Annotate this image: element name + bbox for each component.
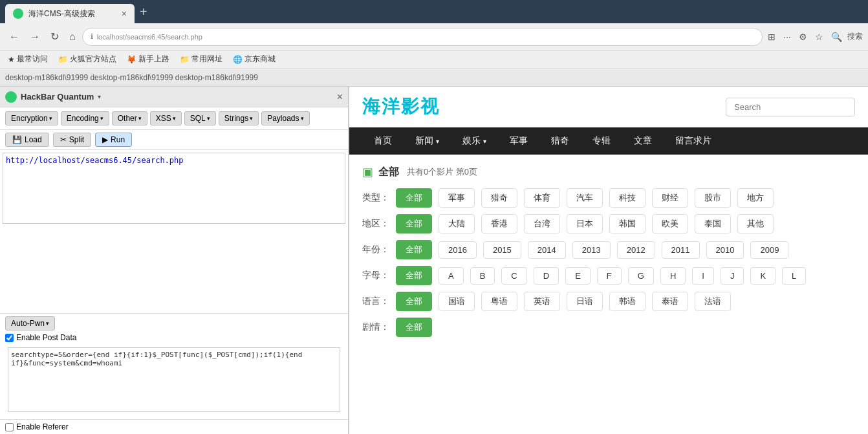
filter-letter-i[interactable]: I xyxy=(692,267,714,285)
run-button[interactable]: ▶ Run xyxy=(95,133,132,147)
filter-region-japan[interactable]: 日本 xyxy=(567,214,603,233)
extensions-button[interactable]: ⊞ xyxy=(765,29,778,45)
filter-letter-f[interactable]: F xyxy=(597,267,622,285)
active-tab[interactable]: 海洋CMS-高级搜索 × xyxy=(5,4,135,23)
new-tab-button[interactable]: + xyxy=(135,5,153,19)
bookmark-frequently-visited[interactable]: ★ 最常访问 xyxy=(5,52,50,66)
filter-letter-l[interactable]: L xyxy=(782,267,806,285)
filter-letter-h[interactable]: H xyxy=(660,267,686,285)
filter-region-all[interactable]: 全部 xyxy=(396,214,432,233)
filter-year-2015[interactable]: 2015 xyxy=(483,241,521,259)
filter-language-korean[interactable]: 韩语 xyxy=(609,292,646,311)
xss-button[interactable]: XSS ▾ xyxy=(150,111,182,125)
search-button[interactable]: 🔍 xyxy=(829,29,845,45)
filter-letter-k[interactable]: K xyxy=(750,267,776,285)
filter-language-french[interactable]: 法语 xyxy=(695,292,731,311)
filter-year-2012[interactable]: 2012 xyxy=(617,241,655,259)
bookmark-firefox-official[interactable]: 📁 火狐官方站点 xyxy=(56,52,119,66)
filter-region-west[interactable]: 欧美 xyxy=(652,214,688,233)
filter-letter-a[interactable]: A xyxy=(439,267,464,285)
filter-letter-d[interactable]: D xyxy=(534,267,559,285)
strings-button[interactable]: Strings ▾ xyxy=(219,111,259,125)
filter-letter-c[interactable]: C xyxy=(501,267,526,285)
site-search-input[interactable] xyxy=(726,98,855,116)
filter-type-stocks[interactable]: 股市 xyxy=(695,188,731,208)
filter-type-military[interactable]: 军事 xyxy=(439,188,475,208)
address-bar[interactable]: ℹ localhost/seacms6.45/search.php xyxy=(82,28,763,46)
auto-pwn-button[interactable]: Auto-Pwn ▾ xyxy=(5,316,55,331)
nav-item-military[interactable]: 军事 xyxy=(498,127,539,155)
filter-year-2013[interactable]: 2013 xyxy=(572,241,611,259)
filter-year-2014[interactable]: 2014 xyxy=(528,241,566,259)
bookmark-jd[interactable]: 🌐 京东商城 xyxy=(230,52,278,66)
sql-button[interactable]: SQL ▾ xyxy=(184,111,216,125)
filter-language-mandarin[interactable]: 国语 xyxy=(439,292,475,311)
filter-letter-all[interactable]: 全部 xyxy=(396,266,432,285)
load-button[interactable]: 💾 Load xyxy=(5,133,49,147)
browser-window: 海洋CMS-高级搜索 × + ← → ↻ ⌂ ℹ localhost/seacm… xyxy=(0,0,868,434)
other-button[interactable]: Other ▾ xyxy=(112,111,147,125)
nav-item-news[interactable]: 新闻 ▾ xyxy=(404,127,451,155)
filter-type-all[interactable]: 全部 xyxy=(396,188,432,208)
bookmark-label: 火狐官方站点 xyxy=(70,54,116,65)
settings-button[interactable]: ⚙ xyxy=(796,29,810,45)
filter-type-sports[interactable]: 体育 xyxy=(524,188,560,208)
filter-language-japanese[interactable]: 日语 xyxy=(567,292,603,311)
filter-type-finance[interactable]: 财经 xyxy=(652,188,688,208)
menu-button[interactable]: ··· xyxy=(781,29,794,45)
filter-region-tw[interactable]: 台湾 xyxy=(524,214,560,233)
post-data-input[interactable] xyxy=(8,347,340,412)
home-button[interactable]: ⌂ xyxy=(65,28,80,45)
hackbar-title-arrow[interactable]: ▾ xyxy=(98,93,101,100)
encryption-button[interactable]: Encryption ▾ xyxy=(5,111,58,125)
filter-type-row: 类型： 全部 军事 猎奇 体育 汽车 科技 财经 股市 地方 xyxy=(362,188,855,208)
filter-language-all[interactable]: 全部 xyxy=(396,292,432,311)
filter-year-2016[interactable]: 2016 xyxy=(439,241,477,259)
nav-item-article[interactable]: 文章 xyxy=(622,127,664,155)
filter-language-cantonese[interactable]: 粤语 xyxy=(481,292,517,311)
filter-region-thailand[interactable]: 泰国 xyxy=(695,214,731,233)
refresh-button[interactable]: ↻ xyxy=(47,28,63,45)
filter-type-auto[interactable]: 汽车 xyxy=(567,188,603,208)
nav-item-curious[interactable]: 猎奇 xyxy=(539,127,581,155)
filter-type-local[interactable]: 地方 xyxy=(737,188,774,208)
filter-year-2009[interactable]: 2009 xyxy=(750,241,788,259)
filter-letter-b[interactable]: B xyxy=(470,267,495,285)
filter-year-2010[interactable]: 2010 xyxy=(706,241,744,259)
filter-genre-all[interactable]: 全部 xyxy=(396,318,432,337)
nav-item-entertainment[interactable]: 娱乐 ▾ xyxy=(451,127,498,155)
tab-close-button[interactable]: × xyxy=(122,8,127,19)
enable-referer-label: Enable Referer xyxy=(16,422,69,431)
payloads-button[interactable]: Payloads ▾ xyxy=(261,111,309,125)
filter-type-tech[interactable]: 科技 xyxy=(609,188,646,208)
filter-year-2011[interactable]: 2011 xyxy=(662,241,700,259)
bookmark-beginner[interactable]: 🦊 新手上路 xyxy=(124,52,172,66)
url-input[interactable] xyxy=(3,153,345,224)
bookmark-button[interactable]: ☆ xyxy=(812,29,826,45)
split-button[interactable]: ✂ Split xyxy=(53,133,91,147)
filter-type-curious[interactable]: 猎奇 xyxy=(481,188,517,208)
nav-item-message[interactable]: 留言求片 xyxy=(664,127,723,155)
filter-year-row: 年份： 全部 2016 2015 2014 2013 2012 2011 201… xyxy=(362,240,855,259)
enable-post-checkbox[interactable] xyxy=(5,334,14,342)
back-button[interactable]: ← xyxy=(5,28,23,45)
filter-region-other[interactable]: 其他 xyxy=(737,214,774,233)
filter-region-korea[interactable]: 韩国 xyxy=(609,214,646,233)
nav-item-album[interactable]: 专辑 xyxy=(581,127,622,155)
filter-letter-e[interactable]: E xyxy=(565,267,591,285)
bookmark-common-sites[interactable]: 📁 常用网址 xyxy=(177,52,225,66)
hackbar-close-button[interactable]: × xyxy=(337,91,343,103)
filter-year-all[interactable]: 全部 xyxy=(396,240,432,259)
bookmark-icon: ★ xyxy=(8,55,15,64)
filter-region-hk[interactable]: 香港 xyxy=(481,214,517,233)
filter-region-mainland[interactable]: 大陆 xyxy=(439,214,475,233)
encoding-button[interactable]: Encoding ▾ xyxy=(61,111,109,125)
filter-letter-j[interactable]: J xyxy=(721,267,744,285)
hackbar-title: HackBar Quantum xyxy=(21,92,94,102)
filter-language-english[interactable]: 英语 xyxy=(524,292,560,311)
filter-letter-g[interactable]: G xyxy=(628,267,654,285)
filter-language-thai[interactable]: 泰语 xyxy=(652,292,688,311)
forward-button[interactable]: → xyxy=(26,28,44,45)
nav-item-home[interactable]: 首页 xyxy=(362,127,404,155)
enable-referer-checkbox[interactable] xyxy=(5,423,14,431)
